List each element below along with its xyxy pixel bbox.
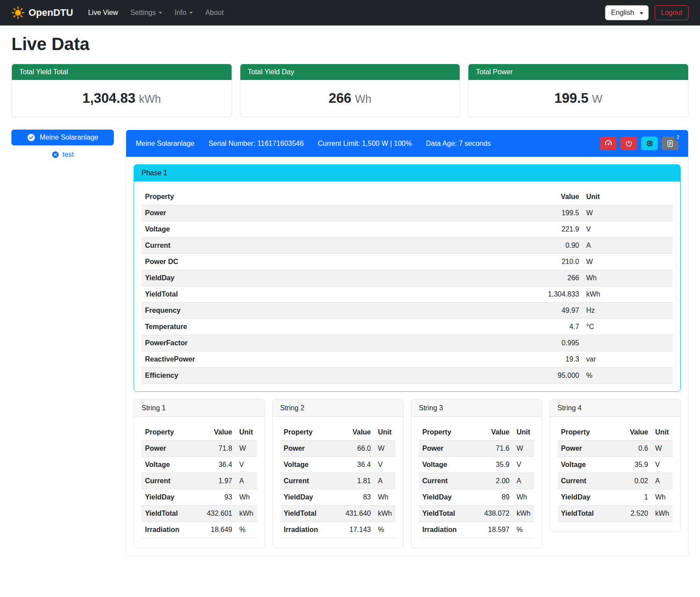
property-cell: YieldDay [419, 489, 477, 506]
table-row: Voltage 36.4 V [141, 457, 257, 473]
language-select[interactable]: English [605, 5, 649, 20]
value-cell: 1.81 [338, 473, 374, 489]
value-cell: 0.02 [616, 473, 652, 489]
power-icon [625, 140, 633, 148]
logout-button[interactable]: Logout [655, 5, 689, 20]
table-header-row: Property Value Unit [141, 424, 257, 441]
table-row: Frequency 49.97 Hz [141, 303, 673, 319]
check-circle-icon [27, 133, 36, 142]
unit-cell: kWh [374, 506, 395, 522]
table-row: Current 0.02 A [558, 473, 673, 489]
string-card-title: String 1 [134, 400, 265, 417]
nav-item-info[interactable]: Info [168, 5, 199, 20]
table-row: Power 0.6 W [558, 441, 673, 457]
string-table: Property Value Unit Power 71.8 W [141, 424, 257, 538]
device-info-button[interactable] [641, 137, 658, 150]
property-cell: YieldDay [141, 270, 517, 286]
summary-unit: Wh [355, 93, 372, 105]
table-row: YieldTotal 438.072 kWh [419, 506, 534, 522]
brand[interactable]: OpenDTU [11, 6, 73, 19]
unit-cell: V [652, 457, 673, 473]
table-header-row: Property Value Unit [558, 424, 673, 441]
table-row: Irradiation 18.597 % [419, 522, 534, 538]
sidebar-item-test[interactable]: test [11, 151, 114, 159]
table-row: Irradiation 18.649 % [141, 522, 257, 538]
inverter-panel-body: Phase 1 Property Value Unit [126, 157, 688, 556]
property-cell: Current [419, 473, 477, 489]
property-cell: Irradiation [141, 522, 200, 538]
serial-number: Serial Number: 116171603546 [208, 140, 304, 148]
sidebar-item-label: test [62, 151, 74, 159]
column-header-unit: Unit [374, 424, 395, 441]
power-toggle-button[interactable] [620, 137, 637, 150]
chevron-down-icon [189, 12, 193, 14]
table-row: Current 2.00 A [419, 473, 534, 489]
table-row: Current 0.90 A [141, 238, 673, 254]
column-header-value: Value [517, 189, 583, 205]
string-table: Property Value Unit Power 71.6 W [419, 424, 534, 538]
event-log-button[interactable]: 2 [662, 137, 678, 150]
summary-unit: kWh [139, 93, 161, 105]
unit-cell: kWh [652, 506, 673, 522]
value-cell: 49.97 [517, 303, 583, 319]
string-card-title: String 3 [411, 400, 542, 417]
property-cell: Current [280, 473, 339, 489]
table-row: Current 1.81 A [280, 473, 396, 489]
data-age: Data Age: 7 seconds [426, 140, 491, 148]
property-cell: Power [558, 441, 616, 457]
nav-links: Live View Settings Info About [82, 5, 230, 20]
main-row: Meine Solaranlage test Meine Solaranlage… [11, 130, 689, 556]
nav-item-live-view[interactable]: Live View [82, 5, 124, 20]
language-select-value: English [611, 9, 634, 16]
value-cell: 1 [616, 489, 652, 506]
chevron-down-icon [640, 12, 643, 14]
inverter-panel: Meine Solaranlage Serial Number: 1161716… [126, 130, 689, 556]
unit-cell: A [652, 473, 673, 489]
value-cell: 19.3 [517, 351, 583, 368]
limit-settings-button[interactable] [600, 137, 617, 150]
unit-cell: Wh [513, 489, 534, 506]
table-row: YieldTotal 1,304.833 kWh [141, 286, 673, 303]
value-cell: 71.8 [200, 441, 236, 457]
nav-item-settings[interactable]: Settings [124, 5, 169, 20]
property-cell: Power [419, 441, 477, 457]
column-header-value: Value [616, 424, 652, 441]
column-header-unit: Unit [236, 424, 257, 441]
nav-item-about[interactable]: About [199, 5, 230, 20]
table-row: Voltage 36.4 V [280, 457, 396, 473]
strings-row: String 1 Property Value Unit [134, 399, 681, 548]
table-row: Voltage 35.9 V [558, 457, 673, 473]
column-header-value: Value [477, 424, 513, 441]
summary-card-title: Total Yield Day [240, 64, 460, 80]
column-header-property: Property [141, 189, 517, 205]
unit-cell: % [583, 368, 673, 384]
string-4-card: String 4 Property Value Unit [550, 399, 681, 532]
value-cell: 0.90 [517, 238, 583, 254]
value-cell: 2.00 [477, 473, 513, 489]
summary-cards-row: Total Yield Total 1,304.83kWh Total Yiel… [11, 64, 689, 117]
property-cell: YieldTotal [280, 506, 339, 522]
property-cell: Power DC [141, 254, 517, 270]
table-row: PowerFactor 0.995 [141, 335, 673, 351]
unit-cell: kWh [236, 506, 257, 522]
table-row: Irradiation 17.143 % [280, 522, 396, 538]
column-header-unit: Unit [652, 424, 673, 441]
sidebar-item-meine-solaranlage[interactable]: Meine Solaranlage [11, 130, 114, 145]
table-row: YieldDay 93 Wh [141, 489, 257, 506]
table-row: Temperature 4.7 °C [141, 319, 673, 335]
value-cell: 35.9 [477, 457, 513, 473]
property-cell: Temperature [141, 319, 517, 335]
summary-card-body: 199.5W [468, 80, 688, 117]
property-cell: YieldTotal [141, 506, 200, 522]
unit-cell: % [236, 522, 257, 538]
inverter-panel-header: Meine Solaranlage Serial Number: 1161716… [126, 130, 688, 157]
value-cell: 4.7 [517, 319, 583, 335]
unit-cell: kWh [513, 506, 534, 522]
string-card-title: String 4 [550, 400, 681, 417]
unit-cell: A [583, 238, 673, 254]
table-row: YieldDay 83 Wh [280, 489, 396, 506]
sun-logo-icon [11, 6, 25, 19]
property-cell: YieldDay [558, 489, 616, 506]
table-row: Voltage 35.9 V [419, 457, 534, 473]
property-cell: Efficiency [141, 368, 517, 384]
